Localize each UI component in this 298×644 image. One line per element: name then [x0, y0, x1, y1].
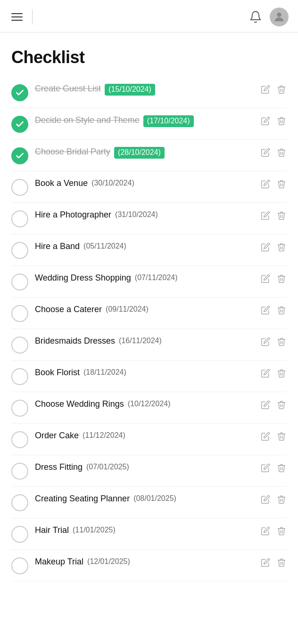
check-circle[interactable]	[11, 431, 28, 448]
edit-button[interactable]	[260, 305, 271, 315]
list-item: Makeup Trial(12/01/2025)	[11, 550, 287, 581]
check-circle[interactable]	[11, 463, 28, 480]
item-date: (10/12/2024)	[128, 399, 171, 409]
item-actions	[260, 116, 287, 126]
item-actions	[260, 463, 287, 473]
item-text: Creating Seating Planner	[35, 493, 130, 504]
item-date: (16/11/2024)	[119, 336, 162, 346]
item-actions	[260, 305, 287, 315]
item-date: (05/11/2024)	[83, 242, 126, 251]
delete-button[interactable]	[276, 400, 287, 410]
edit-button[interactable]	[260, 526, 271, 536]
delete-button[interactable]	[276, 494, 287, 505]
list-item: Dress Fitting(07/01/2025)	[11, 455, 287, 487]
delete-button[interactable]	[276, 368, 287, 378]
list-item: Choose Bridal Party(28/10/2024)	[11, 140, 287, 171]
item-content: Order Cake(11/12/2024)	[35, 430, 254, 441]
check-circle[interactable]	[11, 494, 28, 511]
list-item: Choose a Caterer(09/11/2024)	[11, 298, 287, 329]
edit-button[interactable]	[260, 147, 271, 158]
check-circle[interactable]	[11, 210, 28, 227]
check-circle[interactable]	[11, 242, 28, 259]
delete-button[interactable]	[276, 463, 287, 473]
delete-button[interactable]	[276, 274, 287, 284]
item-date: (12/01/2025)	[87, 557, 130, 567]
item-actions	[260, 147, 287, 158]
edit-button[interactable]	[260, 494, 271, 505]
item-actions	[260, 368, 287, 378]
delete-button[interactable]	[276, 147, 287, 158]
check-circle[interactable]	[11, 84, 28, 101]
check-circle[interactable]	[11, 526, 28, 543]
item-content: Book a Venue(30/10/2024)	[35, 178, 254, 189]
item-date: (08/01/2025)	[133, 494, 176, 504]
check-circle[interactable]	[11, 400, 28, 417]
item-actions	[260, 179, 287, 189]
delete-button[interactable]	[276, 337, 287, 347]
edit-button[interactable]	[260, 557, 271, 568]
item-text: Hire a Band	[35, 241, 80, 252]
item-date: (11/12/2024)	[83, 431, 125, 441]
check-circle[interactable]	[11, 337, 28, 354]
menu-button[interactable]	[9, 11, 25, 23]
check-circle[interactable]	[11, 305, 28, 322]
item-text: Dress Fitting	[35, 462, 83, 473]
list-item: Create Guest List(15/10/2024)	[11, 77, 287, 108]
item-actions	[260, 494, 287, 505]
list-item: Hire a Band(05/11/2024)	[11, 234, 287, 266]
edit-button[interactable]	[260, 242, 271, 252]
edit-button[interactable]	[260, 274, 271, 284]
edit-button[interactable]	[260, 337, 271, 347]
item-actions	[260, 526, 287, 536]
item-actions	[260, 337, 287, 347]
item-content: Creating Seating Planner(08/01/2025)	[35, 493, 254, 504]
check-circle[interactable]	[11, 179, 28, 196]
delete-button[interactable]	[276, 526, 287, 536]
item-text: Book Florist	[35, 367, 80, 378]
item-text: Choose a Caterer	[35, 304, 102, 315]
list-item: Creating Seating Planner(08/01/2025)	[11, 487, 287, 518]
delete-button[interactable]	[276, 305, 287, 315]
list-item: Decide on Style and Theme(17/10/2024)	[11, 108, 287, 140]
edit-button[interactable]	[260, 210, 271, 221]
check-circle[interactable]	[11, 116, 28, 133]
item-actions	[260, 210, 287, 221]
item-actions	[260, 557, 287, 568]
edit-button[interactable]	[260, 463, 271, 473]
item-text: Create Guest List	[35, 83, 101, 94]
notification-button[interactable]	[249, 10, 262, 24]
list-item: Book a Venue(30/10/2024)	[11, 171, 287, 203]
check-circle[interactable]	[11, 368, 28, 385]
item-content: Choose Wedding Rings(10/12/2024)	[35, 399, 254, 410]
check-circle[interactable]	[11, 274, 28, 290]
item-content: Wedding Dress Shopping(07/11/2024)	[35, 273, 254, 283]
delete-button[interactable]	[276, 116, 287, 126]
edit-button[interactable]	[260, 400, 271, 410]
edit-button[interactable]	[260, 116, 271, 126]
item-actions	[260, 84, 287, 95]
item-content: Bridesmaids Dresses(16/11/2024)	[35, 336, 254, 346]
delete-button[interactable]	[276, 84, 287, 95]
delete-button[interactable]	[276, 431, 287, 442]
item-date: (11/01/2025)	[73, 525, 116, 535]
user-avatar[interactable]	[270, 8, 289, 26]
edit-button[interactable]	[260, 368, 271, 378]
delete-button[interactable]	[276, 179, 287, 189]
item-content: Choose Bridal Party(28/10/2024)	[35, 146, 254, 159]
check-circle[interactable]	[11, 557, 28, 574]
item-date: (28/10/2024)	[114, 147, 165, 159]
delete-button[interactable]	[276, 210, 287, 221]
item-content: Hire a Band(05/11/2024)	[35, 241, 254, 252]
item-actions	[260, 431, 287, 442]
item-actions	[260, 400, 287, 410]
check-circle[interactable]	[11, 147, 28, 164]
edit-button[interactable]	[260, 179, 271, 189]
delete-button[interactable]	[276, 557, 287, 568]
delete-button[interactable]	[276, 242, 287, 252]
edit-button[interactable]	[260, 84, 271, 95]
item-content: Dress Fitting(07/01/2025)	[35, 462, 254, 473]
edit-button[interactable]	[260, 431, 271, 442]
item-text: Choose Wedding Rings	[35, 399, 124, 410]
item-content: Hire a Photographer(31/10/2024)	[35, 209, 254, 220]
item-content: Makeup Trial(12/01/2025)	[35, 556, 254, 567]
